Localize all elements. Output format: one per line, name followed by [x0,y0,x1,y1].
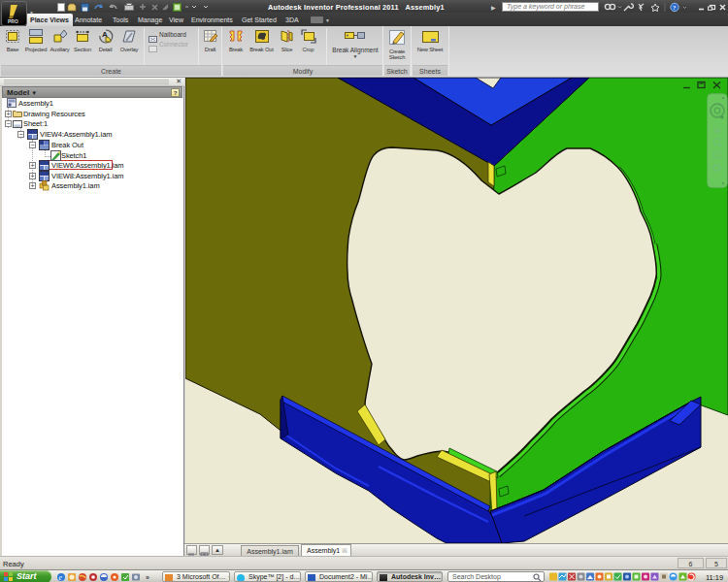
svg-text:PRO: PRO [8,18,18,24]
svg-text:A: A [102,30,108,39]
svg-text:e: e [59,573,63,582]
svg-text:»: » [146,574,149,581]
svg-text:?: ? [673,4,676,11]
